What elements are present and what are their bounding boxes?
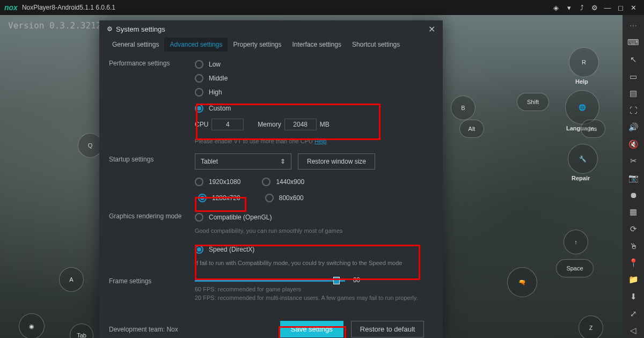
chevron-down-icon[interactable]: ▾: [562, 1, 575, 14]
dialog-header: ⚙ System settings ✕: [99, 20, 443, 38]
key-a[interactable]: A: [59, 267, 84, 292]
minimize-button[interactable]: —: [601, 1, 614, 14]
scissors-icon[interactable]: ✂: [626, 154, 641, 169]
startup-label: Startup settings: [109, 153, 195, 205]
tab-shortcut[interactable]: Shortcut settings: [347, 38, 405, 52]
back-icon[interactable]: ◁: [626, 323, 641, 338]
gear-icon: ⚙: [107, 25, 113, 33]
arrow-up-icon[interactable]: ↑: [564, 230, 588, 254]
restore-window-button[interactable]: Restore window size: [298, 153, 375, 170]
maximize-button[interactable]: ◻: [614, 1, 627, 14]
tab-bar: General settings Advanced settings Prope…: [99, 38, 443, 52]
cpu-label: CPU: [195, 121, 208, 128]
radio-1920[interactable]: 1920x1080: [195, 175, 240, 189]
wrench-icon[interactable]: 🔧: [568, 144, 598, 174]
key-r[interactable]: R: [569, 47, 599, 77]
key-space[interactable]: Space: [556, 259, 594, 277]
fps-hint: 60 FPS: recommended for game players 20 …: [195, 285, 433, 303]
speed-hint: If fail to run with Compatibility mode, …: [195, 259, 433, 268]
shirt-icon[interactable]: ◈: [550, 1, 562, 14]
close-icon[interactable]: ✕: [428, 24, 435, 34]
gun-icon[interactable]: 🔫: [507, 267, 537, 297]
dev-team: Development team: Nox: [109, 326, 178, 333]
right-toolbar: ⋯ ⌨ ↖ ▭ ▤ ⛶ 🔊 🔇 ✂ 📷 ⏺ ▦ ⟳ 🖱 📍 📁 ⬇ ⤢ ◁: [623, 15, 644, 338]
radio-compatible[interactable]: Compatible (OpenGL): [195, 210, 433, 224]
dialog-title: System settings: [116, 25, 165, 33]
key-ins[interactable]: Ins: [581, 120, 605, 138]
vt-help-link[interactable]: Help: [314, 138, 327, 144]
vt-hint: Please enable VT to use more than one CP…: [195, 137, 433, 146]
mouse-icon[interactable]: 🖱: [626, 239, 641, 254]
camera-icon[interactable]: 📷: [626, 171, 641, 186]
mb-label: MB: [320, 121, 330, 128]
radio-1440[interactable]: 1440x900: [262, 175, 304, 189]
window-icon[interactable]: ▭: [626, 69, 641, 84]
chevron-updown-icon: ⇕: [280, 158, 286, 165]
restore-default-button[interactable]: Restore to default: [351, 321, 425, 337]
mute-icon[interactable]: 🔇: [626, 137, 641, 152]
grid-icon[interactable]: ▦: [626, 204, 641, 219]
fps-slider[interactable]: 60: [195, 280, 345, 282]
radio-1280[interactable]: 1280x720: [195, 191, 244, 205]
apk-icon[interactable]: ⬇: [626, 289, 641, 304]
help-label: Help: [575, 78, 588, 85]
repair-label: Repair: [572, 175, 590, 181]
share-icon[interactable]: ⤴: [575, 1, 588, 14]
game-version: Version 0.3.2.3212: [8, 20, 101, 31]
perf-label: Performance settings: [109, 57, 195, 146]
compat-hint: Good compatibility, you can run smoothly…: [195, 226, 433, 236]
close-button[interactable]: ✕: [627, 1, 640, 14]
expand-icon[interactable]: ⤢: [626, 306, 641, 321]
tab-general[interactable]: General settings: [107, 38, 164, 52]
key-alt[interactable]: Alt: [459, 120, 484, 138]
folder-icon[interactable]: 📁: [626, 273, 641, 288]
fullscreen-icon[interactable]: ⛶: [626, 103, 641, 118]
volume-icon[interactable]: 🔊: [626, 120, 641, 135]
radio-custom[interactable]: Custom: [195, 101, 433, 115]
key-z[interactable]: Z: [579, 315, 603, 338]
save-button[interactable]: Save settings: [280, 321, 343, 337]
gfx-label: Graphics rendering mode: [109, 210, 195, 271]
nox-logo: nox: [4, 3, 18, 12]
radio-high[interactable]: High: [195, 85, 433, 99]
title-bar: nox NoxPlayer8-Android5.1.1 6.0.6.1 ◈ ▾ …: [0, 0, 644, 15]
gear-icon[interactable]: ⚙: [588, 1, 601, 14]
tab-interface[interactable]: Interface settings: [287, 38, 347, 52]
key-shift[interactable]: Shift: [517, 93, 549, 111]
record-icon[interactable]: ⏺: [626, 188, 641, 203]
frame-label: Frame settings: [109, 275, 195, 303]
radio-800[interactable]: 800x600: [265, 191, 304, 205]
tab-property[interactable]: Property settings: [228, 38, 287, 52]
radio-low[interactable]: Low: [195, 57, 433, 71]
mem-input[interactable]: [284, 119, 317, 130]
tab-advanced[interactable]: Advanced settings: [164, 38, 228, 52]
engine-icon[interactable]: ◉: [19, 313, 45, 338]
app-title: NoxPlayer8-Android5.1.1 6.0.6.1: [22, 4, 115, 11]
key-b[interactable]: B: [451, 95, 475, 120]
radio-middle[interactable]: Middle: [195, 71, 433, 85]
layers-icon[interactable]: ▤: [626, 86, 641, 101]
cursor-icon[interactable]: ↖: [626, 52, 641, 67]
device-select[interactable]: Tablet⇕: [195, 153, 291, 170]
radio-speed[interactable]: Speed (DirectX): [195, 243, 433, 256]
rotate-icon[interactable]: ⟳: [626, 222, 641, 237]
menu-icon[interactable]: ⋯: [626, 18, 641, 33]
location-icon[interactable]: 📍: [626, 255, 641, 270]
mem-label: Memory: [258, 121, 281, 128]
settings-dialog: ⚙ System settings ✕ General settings Adv…: [99, 20, 443, 338]
keyboard-icon[interactable]: ⌨: [626, 35, 641, 50]
cpu-input[interactable]: [211, 119, 244, 130]
